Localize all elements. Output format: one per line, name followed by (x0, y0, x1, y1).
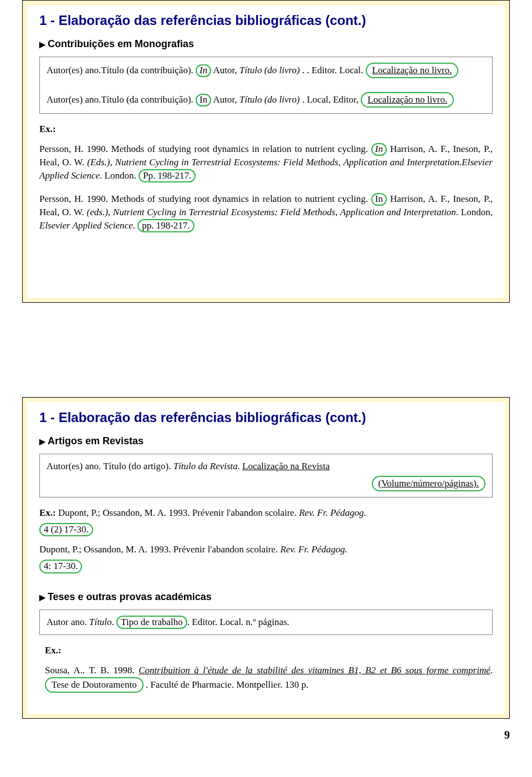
book-title-italic: Título (do livro) (239, 65, 300, 75)
circled-tese: Tese de Doutoramento (45, 677, 144, 693)
slide2-sub2: Teses e outras provas académicas (39, 591, 493, 603)
slide-2: 1 - Elaboração das referências bibliográ… (22, 397, 510, 719)
example-paragraph-1: Persson, H. 1990. Methods of studying ro… (39, 143, 493, 182)
text: . (112, 617, 117, 627)
circled-pp: Pp. 198-217. (139, 169, 196, 182)
text: Dupont, P.; Ossandon, M. A. 1993. Préven… (56, 507, 299, 518)
localizacao-text: Localização no livro. (372, 65, 452, 75)
text: Autor, (213, 94, 239, 105)
slide-2-content: 1 - Elaboração das referências bibliográ… (23, 398, 509, 718)
slide1-sub1: Contribuições em Monografias (39, 38, 493, 50)
example-paragraph-2: Persson, H. 1990. Methods of studying ro… (39, 192, 493, 232)
circled-in: In (371, 193, 387, 206)
text: . Local, Editor, (302, 94, 361, 105)
spacer (39, 580, 493, 591)
thesis-title-underline: Contribuition à l'étude de la stabilité … (139, 665, 490, 676)
in-plain: In (375, 194, 383, 204)
example-journal-2-vol: 4: 17-30. (39, 560, 493, 573)
example-journal-1-vol: 4 (2) 17-30. (39, 523, 493, 536)
in-italic: In (200, 65, 207, 75)
spacer (39, 239, 493, 283)
slide-gap (22, 303, 510, 397)
in-italic: In (375, 144, 383, 154)
text: . (490, 665, 493, 676)
example-journal-2: Dupont, P.; Ossandon, M. A. 1993. Préven… (39, 543, 493, 556)
format-box-a: Autor(es) ano.Título (da contribuição). … (39, 57, 493, 114)
text: Autor(es) ano. Título (do artigo). (47, 461, 173, 471)
slide1-title: 1 - Elaboração das referências bibliográ… (39, 13, 493, 28)
ex-label-row: Ex.: (39, 123, 493, 136)
slide2-title: 1 - Elaboração das referências bibliográ… (39, 410, 493, 425)
text: Persson, H. 1990. Methods of studying ro… (39, 144, 371, 154)
circled-in: In (196, 94, 211, 106)
slide2-sub1: Artigos em Revistas (39, 435, 493, 447)
circled-in: In (196, 64, 211, 77)
text: Autor ano. (47, 617, 89, 627)
text: Autor(es) ano.Título (da contribuição). (47, 94, 196, 105)
circled-tipo: Tipo de trabalho (116, 616, 187, 629)
text: Autor, (213, 65, 239, 75)
text: . Faculté de Pharmacie. Montpellier. 130… (144, 679, 309, 690)
format-box-teses: Autor ano. Título. Tipo de trabalho. Edi… (39, 610, 493, 636)
text: . London. (100, 170, 139, 181)
localizacao-revista: Localização na Revista (242, 461, 330, 471)
journal-title-italic: Título da Revista (173, 461, 238, 471)
circled-vol: 4 (2) 17-30. (39, 523, 93, 536)
slide-1: 1 - Elaboração das referências bibliográ… (22, 0, 510, 303)
example-thesis: Sousa, A.. T. B. 1998. Contribuition à l… (45, 664, 493, 693)
ex-label: Ex.: (39, 124, 56, 134)
ex2-label-row: Ex.: (45, 644, 493, 657)
text: Sousa, A.. T. B. 1998. (45, 665, 139, 676)
circled-in: In (371, 143, 387, 156)
ex-label: Ex.: (45, 645, 62, 656)
ex-label: Ex.: (39, 507, 56, 518)
circled-pp: pp. 198-217. (137, 219, 194, 232)
page-number: 9 (22, 729, 510, 742)
slide-1-content: 1 - Elaboração das referências bibliográ… (23, 1, 509, 302)
localizacao-text: Localização no livro. (367, 94, 447, 105)
text: . Editor. Local. n.º páginas. (187, 617, 289, 627)
circled-localizacao: Localização no livro. (366, 63, 459, 78)
format-box-artigos: Autor(es) ano. Título (do artigo). Títul… (39, 454, 493, 497)
in-plain: In (200, 94, 207, 105)
circled-vol: 4: 17-30. (39, 560, 82, 573)
text: . (133, 220, 138, 231)
book-title-italic: Título (do livro) (239, 94, 300, 105)
text: Persson, H. 1990. Methods of studying ro… (39, 194, 371, 204)
eds-italic: (eds.), Nutrient Cycling in Terrestrial … (87, 207, 456, 217)
rev-italic: Rev. Fr. Pédagog. (299, 507, 366, 518)
titulo-italic: Título (89, 617, 112, 627)
circled-localizacao: Localização no livro. (361, 92, 454, 108)
text: . . Editor. Local. (302, 65, 365, 75)
text: Dupont, P.; Ossandon, M. A. 1993. Préven… (39, 544, 280, 555)
example-journal-1: Ex.: Dupont, P.; Ossandon, M. A. 1993. P… (39, 506, 493, 520)
text: . London, (456, 207, 493, 217)
circled-volume: (Volume/número/páginas). (372, 476, 485, 491)
publisher-italic: Elsevier Applied Science (39, 220, 133, 231)
text: Autor(es) ano.Título (da contribuição). (47, 65, 196, 75)
rev-italic: Rev. Fr. Pédagog. (280, 544, 347, 555)
volume-text: (Volume/número/páginas). (378, 478, 479, 489)
